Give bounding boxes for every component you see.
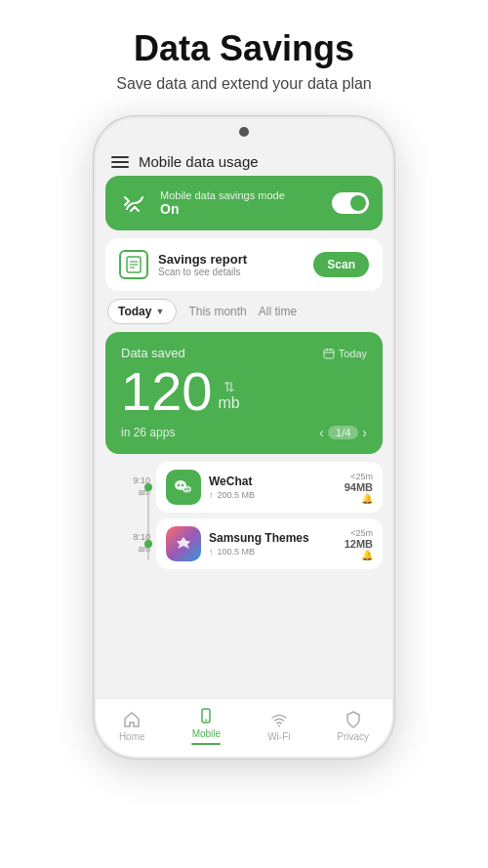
svg-point-11 <box>183 486 191 493</box>
samsung-name: Samsung Themes <box>209 531 337 545</box>
apps-row: in 26 apps ‹ 1/4 › <box>121 425 367 440</box>
data-number: 120 <box>121 364 212 419</box>
svg-point-13 <box>187 488 189 490</box>
samsung-saved: 12MB <box>345 538 373 550</box>
pagination: ‹ 1/4 › <box>319 425 367 440</box>
bell-icon: 🔔 <box>345 493 373 504</box>
data-mb-label: mb <box>218 395 239 411</box>
page-indicator: 1/4 <box>328 426 358 439</box>
list-item: 8:10am Samsung Themes ↑ 100.5 MB <box>156 518 383 569</box>
screen: Mobile data usage <box>96 145 392 757</box>
report-card-left: Savings report Scan to see details <box>119 250 247 279</box>
page-header: Data Savings Save data and extend your d… <box>0 0 488 103</box>
wechat-saved: 94MB <box>345 481 373 493</box>
svg-point-16 <box>278 725 280 727</box>
samsung-limit: <25m <box>345 528 373 538</box>
wechat-app-icon <box>166 470 201 505</box>
phone-frame: Mobile data usage <box>93 115 395 760</box>
list-item: 9:10am <box>156 462 383 513</box>
wechat-name: WeChat <box>209 475 337 488</box>
banner-mode-title: Mobile data savings mode <box>160 189 285 201</box>
camera-dot <box>239 127 249 137</box>
prev-page-icon[interactable]: ‹ <box>319 425 324 440</box>
wechat-data: ↑ 200.5 MB <box>209 490 337 500</box>
date-label: Today <box>339 348 367 359</box>
wechat-right: <25m 94MB 🔔 <box>345 472 373 504</box>
wechat-limit: <25m <box>345 472 373 481</box>
timeline-dot <box>144 483 152 491</box>
svg-point-10 <box>182 484 183 486</box>
savings-toggle[interactable] <box>332 192 369 214</box>
data-saved-date: Today <box>323 348 367 359</box>
timeline-dot <box>144 540 152 548</box>
period-today-button[interactable]: Today ▼ <box>107 299 177 324</box>
app-list-container: 9:10am <box>105 462 383 575</box>
data-amount: 120 ⇅ mb <box>121 364 367 419</box>
svg-point-12 <box>184 488 186 490</box>
home-icon <box>122 710 142 729</box>
svg-rect-4 <box>324 350 334 358</box>
nav-wifi-label: Wi-Fi <box>267 731 290 742</box>
report-card-text: Savings report Scan to see details <box>158 252 247 277</box>
page-title: Data Savings <box>20 27 468 69</box>
report-icon <box>119 250 148 279</box>
samsung-data: ↑ 100.5 MB <box>209 547 337 557</box>
arrows-icon: ⇅ <box>224 380 235 393</box>
svg-point-15 <box>205 720 207 722</box>
bell-icon: 🔔 <box>345 550 373 560</box>
savings-mode-icon <box>119 187 150 219</box>
menu-icon[interactable] <box>111 156 129 168</box>
mobile-icon <box>196 707 216 726</box>
upload-icon: ↑ <box>209 547 214 557</box>
today-label: Today <box>118 305 151 318</box>
banner-left: Mobile data savings mode On <box>119 187 285 219</box>
data-saved-header: Data saved Today <box>121 346 367 360</box>
upload-icon: ↑ <box>209 490 214 500</box>
wifi-icon <box>269 710 289 729</box>
data-unit: ⇅ mb <box>218 380 239 411</box>
samsung-info: Samsung Themes ↑ 100.5 MB <box>209 531 337 557</box>
phone-inner: Mobile data usage <box>96 118 392 757</box>
samsung-app-icon <box>166 526 201 561</box>
nav-privacy-label: Privacy <box>337 731 369 742</box>
nav-privacy[interactable]: Privacy <box>337 710 369 742</box>
period-this-month[interactable]: This month <box>188 305 246 318</box>
top-bar-title: Mobile data usage <box>139 153 259 170</box>
top-bar: Mobile data usage <box>96 145 392 176</box>
nav-home[interactable]: Home <box>119 710 145 742</box>
period-all-time[interactable]: All time <box>259 305 297 318</box>
report-subtitle: Scan to see details <box>158 267 247 277</box>
bottom-nav: Home Mobile <box>96 698 392 757</box>
page-subtitle: Save data and extend your data plan <box>20 75 468 93</box>
savings-report-card: Savings report Scan to see details Scan <box>105 238 383 291</box>
nav-mobile[interactable]: Mobile <box>191 707 221 745</box>
savings-mode-banner: Mobile data savings mode On <box>105 176 383 230</box>
nav-active-indicator <box>191 743 221 745</box>
camera-bar <box>96 118 392 145</box>
banner-status: On <box>160 201 285 217</box>
chevron-down-icon: ▼ <box>155 307 164 316</box>
wechat-transfer: 200.5 MB <box>218 490 256 500</box>
nav-mobile-label: Mobile <box>192 728 221 739</box>
nav-wifi[interactable]: Wi-Fi <box>267 710 290 742</box>
banner-text: Mobile data savings mode On <box>160 189 285 217</box>
privacy-icon <box>344 710 363 729</box>
nav-home-label: Home <box>119 731 145 742</box>
report-title: Savings report <box>158 252 247 267</box>
period-selector: Today ▼ This month All time <box>105 299 383 324</box>
next-page-icon[interactable]: › <box>362 425 367 440</box>
svg-point-9 <box>178 484 180 486</box>
in-apps-text: in 26 apps <box>121 426 175 439</box>
scan-button[interactable]: Scan <box>313 252 369 277</box>
data-saved-title: Data saved <box>121 346 185 360</box>
wechat-info: WeChat ↑ 200.5 MB <box>209 475 337 500</box>
samsung-transfer: 100.5 MB <box>218 547 256 557</box>
data-saved-card: Data saved Today 120 <box>105 332 383 454</box>
samsung-right: <25m 12MB 🔔 <box>345 528 373 560</box>
screen-content: Mobile data savings mode On <box>96 176 392 698</box>
